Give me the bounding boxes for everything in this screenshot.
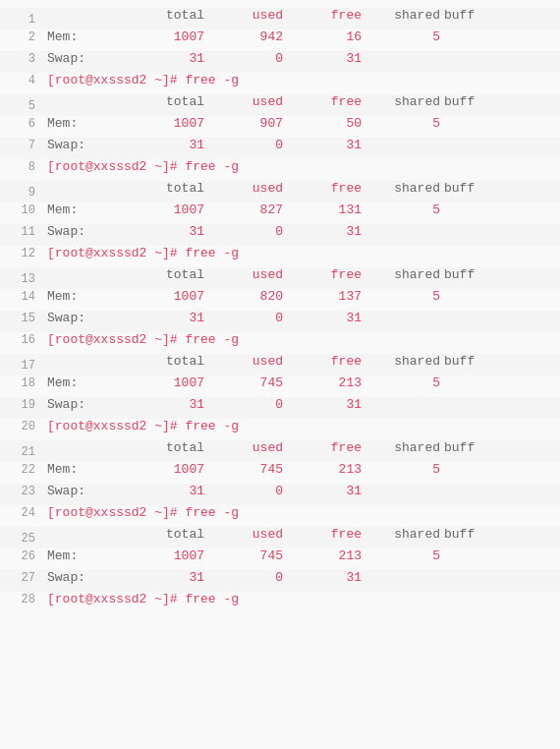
col-empty	[47, 267, 126, 282]
line-number: 27	[8, 571, 35, 585]
row-label: Swap:	[47, 138, 126, 152]
col-shared-val: 5	[362, 116, 440, 131]
col-buff-val	[440, 570, 489, 585]
header-used: used	[204, 94, 283, 109]
line-number: 20	[8, 420, 35, 433]
col-used-val: 0	[204, 484, 283, 498]
row-label: Mem:	[47, 375, 126, 390]
header-used: used	[204, 527, 283, 542]
line-number: 21	[8, 445, 35, 459]
terminal-line: 3Swap:31031	[0, 51, 560, 73]
header-shared: shared	[362, 8, 440, 23]
col-free-val: 31	[283, 138, 362, 152]
col-free-val: 213	[283, 462, 362, 477]
row-label: Mem:	[47, 462, 126, 477]
line-number: 7	[8, 139, 35, 152]
header-buff: buff	[440, 440, 489, 455]
terminal-line: 27Swap:31031	[0, 570, 560, 592]
header-free: free	[283, 440, 362, 455]
line-number: 10	[8, 203, 35, 217]
col-shared-val: 5	[362, 462, 440, 477]
col-empty	[47, 440, 126, 455]
col-total-val: 31	[126, 311, 204, 325]
col-buff-val	[440, 138, 489, 152]
terminal-output: 1totalusedfreesharedbuff2Mem:10079421653…	[0, 0, 560, 749]
col-shared-val	[362, 311, 440, 325]
row-label: Mem:	[47, 29, 126, 44]
header-shared: shared	[362, 354, 440, 369]
line-content: [root@xxsssd2 ~]# free -g	[47, 73, 552, 87]
line-content: Swap:31031	[47, 138, 552, 152]
row-label: Mem:	[47, 548, 126, 563]
col-total-val: 31	[126, 138, 204, 152]
line-number: 2	[8, 30, 35, 44]
col-used-val: 745	[204, 462, 283, 477]
col-empty	[47, 354, 126, 369]
terminal-line: 7Swap:31031	[0, 138, 560, 159]
col-empty	[47, 94, 126, 109]
line-number: 24	[8, 506, 35, 520]
line-content: Swap:31031	[47, 311, 552, 325]
terminal-line: 11Swap:31031	[0, 224, 560, 246]
line-number: 22	[8, 463, 35, 477]
col-total-val: 31	[126, 224, 204, 239]
header-total: total	[126, 181, 204, 196]
line-number: 11	[8, 225, 35, 239]
line-number: 16	[8, 333, 35, 347]
col-shared-val	[362, 484, 440, 498]
row-label: Mem:	[47, 202, 126, 217]
col-total-val: 1007	[126, 202, 204, 217]
cmd-line-text: [root@xxsssd2 ~]# free -g	[47, 592, 239, 606]
row-label: Swap:	[47, 311, 126, 325]
col-used-val: 0	[204, 51, 283, 66]
cmd-line-text: [root@xxsssd2 ~]# free -g	[47, 73, 239, 87]
line-content: totalusedfreesharedbuff	[47, 8, 552, 23]
header-shared: shared	[362, 440, 440, 455]
col-buff-val	[440, 311, 489, 325]
header-buff: buff	[440, 354, 489, 369]
row-label: Swap:	[47, 51, 126, 66]
terminal-line: 14Mem:10078201375	[0, 289, 560, 311]
line-number: 12	[8, 247, 35, 260]
terminal-line: 16[root@xxsssd2 ~]# free -g	[0, 332, 560, 354]
col-total-val: 1007	[126, 548, 204, 563]
line-number: 18	[8, 376, 35, 390]
line-content: totalusedfreesharedbuff	[47, 354, 552, 369]
header-buff: buff	[440, 181, 489, 196]
col-used-val: 907	[204, 116, 283, 131]
header-total: total	[126, 527, 204, 542]
header-free: free	[283, 527, 362, 542]
col-total-val: 31	[126, 51, 204, 66]
col-shared-val	[362, 224, 440, 239]
header-free: free	[283, 181, 362, 196]
terminal-line: 12[root@xxsssd2 ~]# free -g	[0, 246, 560, 267]
col-free-val: 31	[283, 224, 362, 239]
terminal-line: 20[root@xxsssd2 ~]# free -g	[0, 419, 560, 440]
terminal-line: 22Mem:10077452135	[0, 462, 560, 484]
col-free-val: 213	[283, 375, 362, 390]
terminal-line: 5totalusedfreesharedbuff	[0, 94, 560, 116]
terminal-line: 19Swap:31031	[0, 397, 560, 419]
col-used-val: 827	[204, 202, 283, 217]
line-number: 23	[8, 485, 35, 498]
line-number: 4	[8, 74, 35, 87]
terminal-line: 9totalusedfreesharedbuff	[0, 181, 560, 202]
line-content: [root@xxsssd2 ~]# free -g	[47, 592, 552, 606]
line-number: 1	[8, 13, 35, 27]
header-used: used	[204, 267, 283, 282]
terminal-line: 21totalusedfreesharedbuff	[0, 440, 560, 462]
line-number: 8	[8, 160, 35, 174]
col-buff-val	[440, 548, 489, 563]
col-free-val: 31	[283, 311, 362, 325]
line-content: [root@xxsssd2 ~]# free -g	[47, 505, 552, 520]
col-total-val: 31	[126, 570, 204, 585]
col-free-val: 213	[283, 548, 362, 563]
cmd-line-text: [root@xxsssd2 ~]# free -g	[47, 159, 239, 174]
line-number: 28	[8, 593, 35, 606]
header-buff: buff	[440, 94, 489, 109]
terminal-line: 15Swap:31031	[0, 311, 560, 332]
row-label: Mem:	[47, 289, 126, 304]
col-free-val: 31	[283, 484, 362, 498]
col-shared-val: 5	[362, 202, 440, 217]
header-buff: buff	[440, 267, 489, 282]
